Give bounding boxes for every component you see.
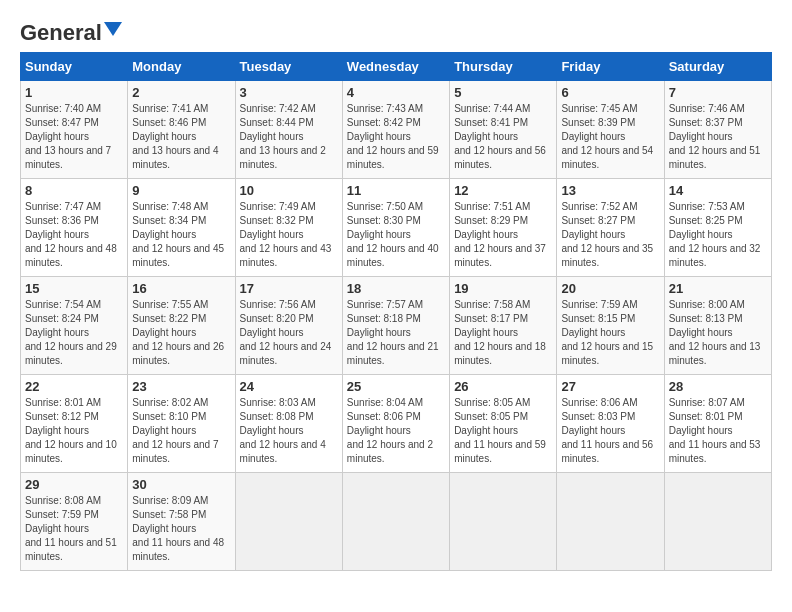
day-info: Sunrise: 7:49 AMSunset: 8:32 PMDaylight … (240, 200, 338, 270)
calendar-cell: 6Sunrise: 7:45 AMSunset: 8:39 PMDaylight… (557, 81, 664, 179)
day-number: 6 (561, 85, 659, 100)
day-info: Sunrise: 7:41 AMSunset: 8:46 PMDaylight … (132, 102, 230, 172)
day-info: Sunrise: 7:46 AMSunset: 8:37 PMDaylight … (669, 102, 767, 172)
day-number: 21 (669, 281, 767, 296)
day-info: Sunrise: 8:01 AMSunset: 8:12 PMDaylight … (25, 396, 123, 466)
calendar-cell: 5Sunrise: 7:44 AMSunset: 8:41 PMDaylight… (450, 81, 557, 179)
calendar-cell: 8Sunrise: 7:47 AMSunset: 8:36 PMDaylight… (21, 179, 128, 277)
day-number: 11 (347, 183, 445, 198)
day-number: 22 (25, 379, 123, 394)
calendar-cell: 2Sunrise: 7:41 AMSunset: 8:46 PMDaylight… (128, 81, 235, 179)
day-number: 27 (561, 379, 659, 394)
day-info: Sunrise: 7:44 AMSunset: 8:41 PMDaylight … (454, 102, 552, 172)
day-number: 28 (669, 379, 767, 394)
day-number: 4 (347, 85, 445, 100)
day-number: 9 (132, 183, 230, 198)
day-number: 13 (561, 183, 659, 198)
calendar-cell: 21Sunrise: 8:00 AMSunset: 8:13 PMDayligh… (664, 277, 771, 375)
logo: General (20, 20, 122, 42)
calendar-cell (664, 473, 771, 571)
day-number: 26 (454, 379, 552, 394)
calendar-week-row: 29Sunrise: 8:08 AMSunset: 7:59 PMDayligh… (21, 473, 772, 571)
calendar-cell: 27Sunrise: 8:06 AMSunset: 8:03 PMDayligh… (557, 375, 664, 473)
calendar-cell: 22Sunrise: 8:01 AMSunset: 8:12 PMDayligh… (21, 375, 128, 473)
calendar-cell: 29Sunrise: 8:08 AMSunset: 7:59 PMDayligh… (21, 473, 128, 571)
calendar-cell: 10Sunrise: 7:49 AMSunset: 8:32 PMDayligh… (235, 179, 342, 277)
day-header-friday: Friday (557, 53, 664, 81)
day-info: Sunrise: 7:43 AMSunset: 8:42 PMDaylight … (347, 102, 445, 172)
logo-arrow-icon (104, 22, 122, 44)
day-info: Sunrise: 7:56 AMSunset: 8:20 PMDaylight … (240, 298, 338, 368)
day-number: 19 (454, 281, 552, 296)
day-number: 2 (132, 85, 230, 100)
calendar-cell: 16Sunrise: 7:55 AMSunset: 8:22 PMDayligh… (128, 277, 235, 375)
day-info: Sunrise: 7:57 AMSunset: 8:18 PMDaylight … (347, 298, 445, 368)
calendar-cell (450, 473, 557, 571)
day-info: Sunrise: 7:55 AMSunset: 8:22 PMDaylight … (132, 298, 230, 368)
day-number: 8 (25, 183, 123, 198)
day-info: Sunrise: 7:51 AMSunset: 8:29 PMDaylight … (454, 200, 552, 270)
page-header: General (20, 20, 772, 42)
calendar-cell: 7Sunrise: 7:46 AMSunset: 8:37 PMDaylight… (664, 81, 771, 179)
day-info: Sunrise: 8:09 AMSunset: 7:58 PMDaylight … (132, 494, 230, 564)
day-header-monday: Monday (128, 53, 235, 81)
day-number: 20 (561, 281, 659, 296)
calendar-cell: 17Sunrise: 7:56 AMSunset: 8:20 PMDayligh… (235, 277, 342, 375)
calendar-cell (235, 473, 342, 571)
day-info: Sunrise: 8:02 AMSunset: 8:10 PMDaylight … (132, 396, 230, 466)
day-info: Sunrise: 8:07 AMSunset: 8:01 PMDaylight … (669, 396, 767, 466)
day-number: 25 (347, 379, 445, 394)
calendar-cell: 18Sunrise: 7:57 AMSunset: 8:18 PMDayligh… (342, 277, 449, 375)
calendar-cell: 1Sunrise: 7:40 AMSunset: 8:47 PMDaylight… (21, 81, 128, 179)
day-info: Sunrise: 7:47 AMSunset: 8:36 PMDaylight … (25, 200, 123, 270)
day-number: 30 (132, 477, 230, 492)
calendar-cell: 4Sunrise: 7:43 AMSunset: 8:42 PMDaylight… (342, 81, 449, 179)
day-number: 18 (347, 281, 445, 296)
day-info: Sunrise: 7:53 AMSunset: 8:25 PMDaylight … (669, 200, 767, 270)
day-info: Sunrise: 8:05 AMSunset: 8:05 PMDaylight … (454, 396, 552, 466)
calendar-cell: 11Sunrise: 7:50 AMSunset: 8:30 PMDayligh… (342, 179, 449, 277)
logo-general: General (20, 20, 102, 46)
day-number: 29 (25, 477, 123, 492)
day-number: 23 (132, 379, 230, 394)
day-number: 16 (132, 281, 230, 296)
calendar-cell: 12Sunrise: 7:51 AMSunset: 8:29 PMDayligh… (450, 179, 557, 277)
calendar-cell: 26Sunrise: 8:05 AMSunset: 8:05 PMDayligh… (450, 375, 557, 473)
day-info: Sunrise: 7:59 AMSunset: 8:15 PMDaylight … (561, 298, 659, 368)
day-number: 15 (25, 281, 123, 296)
calendar-cell (557, 473, 664, 571)
calendar-cell: 20Sunrise: 7:59 AMSunset: 8:15 PMDayligh… (557, 277, 664, 375)
day-number: 3 (240, 85, 338, 100)
day-info: Sunrise: 7:42 AMSunset: 8:44 PMDaylight … (240, 102, 338, 172)
day-info: Sunrise: 8:06 AMSunset: 8:03 PMDaylight … (561, 396, 659, 466)
calendar-cell: 9Sunrise: 7:48 AMSunset: 8:34 PMDaylight… (128, 179, 235, 277)
calendar-cell (342, 473, 449, 571)
day-number: 14 (669, 183, 767, 198)
days-header-row: SundayMondayTuesdayWednesdayThursdayFrid… (21, 53, 772, 81)
calendar-cell: 19Sunrise: 7:58 AMSunset: 8:17 PMDayligh… (450, 277, 557, 375)
day-info: Sunrise: 7:45 AMSunset: 8:39 PMDaylight … (561, 102, 659, 172)
calendar-cell: 23Sunrise: 8:02 AMSunset: 8:10 PMDayligh… (128, 375, 235, 473)
day-header-saturday: Saturday (664, 53, 771, 81)
day-header-tuesday: Tuesday (235, 53, 342, 81)
day-info: Sunrise: 8:00 AMSunset: 8:13 PMDaylight … (669, 298, 767, 368)
day-info: Sunrise: 7:50 AMSunset: 8:30 PMDaylight … (347, 200, 445, 270)
calendar-cell: 30Sunrise: 8:09 AMSunset: 7:58 PMDayligh… (128, 473, 235, 571)
day-info: Sunrise: 7:54 AMSunset: 8:24 PMDaylight … (25, 298, 123, 368)
calendar-week-row: 22Sunrise: 8:01 AMSunset: 8:12 PMDayligh… (21, 375, 772, 473)
day-info: Sunrise: 7:52 AMSunset: 8:27 PMDaylight … (561, 200, 659, 270)
calendar-cell: 14Sunrise: 7:53 AMSunset: 8:25 PMDayligh… (664, 179, 771, 277)
svg-marker-0 (104, 22, 122, 36)
day-number: 12 (454, 183, 552, 198)
day-number: 1 (25, 85, 123, 100)
calendar-week-row: 15Sunrise: 7:54 AMSunset: 8:24 PMDayligh… (21, 277, 772, 375)
day-info: Sunrise: 7:58 AMSunset: 8:17 PMDaylight … (454, 298, 552, 368)
day-header-wednesday: Wednesday (342, 53, 449, 81)
calendar-week-row: 1Sunrise: 7:40 AMSunset: 8:47 PMDaylight… (21, 81, 772, 179)
day-header-sunday: Sunday (21, 53, 128, 81)
calendar-table: SundayMondayTuesdayWednesdayThursdayFrid… (20, 52, 772, 571)
day-header-thursday: Thursday (450, 53, 557, 81)
calendar-cell: 3Sunrise: 7:42 AMSunset: 8:44 PMDaylight… (235, 81, 342, 179)
calendar-cell: 28Sunrise: 8:07 AMSunset: 8:01 PMDayligh… (664, 375, 771, 473)
calendar-cell: 15Sunrise: 7:54 AMSunset: 8:24 PMDayligh… (21, 277, 128, 375)
